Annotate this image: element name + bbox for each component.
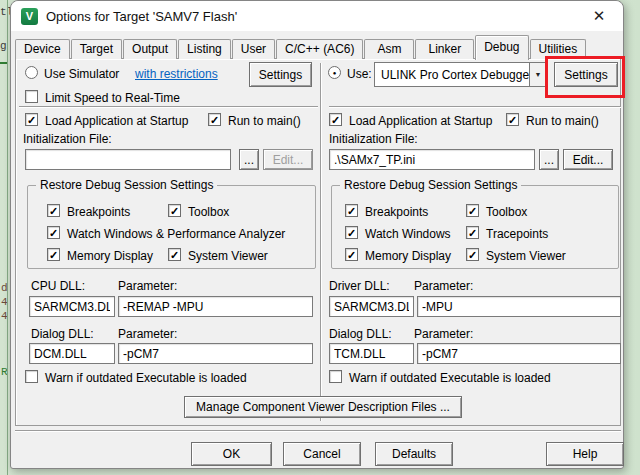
run-to-main-checkbox-left[interactable]: ✓	[208, 113, 221, 126]
desktop-background: tl g d 4 4 R V Options for Target 'SAMV7…	[0, 0, 640, 475]
defaults-button[interactable]: Defaults	[375, 442, 453, 466]
cancel-button[interactable]: Cancel	[283, 442, 361, 466]
chevron-down-icon[interactable]: ▼	[529, 63, 546, 86]
init-file-browse-button-right[interactable]: ...	[539, 149, 559, 170]
simulator-settings-button[interactable]: Settings	[249, 62, 312, 87]
check-mark: ✓	[26, 114, 37, 126]
tab-user[interactable]: User	[232, 39, 275, 59]
dialog-title: Options for Target 'SAMV7 Flash'	[46, 9, 237, 24]
use-debugger-label: Use:	[347, 67, 372, 81]
memory-display-label-right: Memory Display	[365, 249, 451, 263]
tab-debug[interactable]: Debug	[475, 35, 528, 60]
dialog-dll-input-right[interactable]	[329, 343, 414, 364]
init-file-input-left[interactable]	[25, 149, 231, 170]
use-simulator-label: Use Simulator	[44, 67, 119, 81]
manage-component-viewer-button[interactable]: Manage Component Viewer Description File…	[184, 396, 462, 418]
warn-outdated-checkbox-left[interactable]	[25, 370, 38, 383]
debugger-select[interactable]: ULINK Pro Cortex Debugger ▼	[374, 62, 547, 87]
check-mark: ✓	[467, 227, 478, 239]
footer-separator	[15, 430, 621, 432]
run-to-main-label-right: Run to main()	[526, 114, 599, 128]
driver-parameter-label: Parameter:	[414, 279, 473, 293]
breakpoints-checkbox-right[interactable]: ✓	[345, 204, 358, 217]
init-file-edit-button-right[interactable]: Edit...	[563, 149, 613, 170]
run-to-main-checkbox-right[interactable]: ✓	[506, 113, 519, 126]
dialog-parameter-label-right: Parameter:	[414, 327, 473, 341]
check-mark: ✓	[48, 205, 59, 217]
init-file-browse-button-left[interactable]: ...	[239, 149, 259, 170]
dialog-parameter-input-left[interactable]	[118, 343, 313, 364]
warn-outdated-label-left: Warn if outdated Executable is loaded	[45, 371, 247, 385]
check-mark: ✓	[346, 227, 357, 239]
limit-speed-label: Limit Speed to Real-Time	[45, 91, 180, 105]
check-mark: ✓	[330, 114, 341, 126]
toolbox-checkbox-left[interactable]: ✓	[168, 204, 181, 217]
help-button[interactable]: Help	[546, 442, 624, 466]
memory-display-label-left: Memory Display	[67, 249, 153, 263]
init-file-label-right: Initialization File:	[329, 132, 418, 146]
toolbox-checkbox-right[interactable]: ✓	[466, 204, 479, 217]
editor-indent-guide	[7, 0, 8, 475]
dialog-parameter-label-left: Parameter:	[118, 327, 177, 341]
breakpoints-label-left: Breakpoints	[67, 205, 130, 219]
driver-parameter-input[interactable]	[417, 296, 621, 317]
breakpoints-label-right: Breakpoints	[365, 205, 428, 219]
check-mark: ✓	[346, 249, 357, 261]
tab-utilities[interactable]: Utilities	[530, 39, 587, 59]
cpu-dll-input[interactable]	[29, 296, 115, 317]
limit-speed-checkbox[interactable]	[25, 90, 38, 103]
check-mark: ✓	[346, 205, 357, 217]
toolbox-label-right: Toolbox	[486, 205, 527, 219]
init-file-edit-button-left: Edit...	[263, 149, 313, 170]
close-icon[interactable]: ✕	[585, 7, 613, 25]
driver-dll-input[interactable]	[329, 296, 414, 317]
use-debugger-radio[interactable]: ●	[328, 66, 341, 79]
tab-listing[interactable]: Listing	[178, 39, 231, 59]
check-mark: ✓	[467, 205, 478, 217]
load-app-checkbox-left[interactable]: ✓	[25, 113, 38, 126]
breakpoints-checkbox-left[interactable]: ✓	[47, 204, 60, 217]
load-app-label-left: Load Application at Startup	[45, 114, 188, 128]
uvision-icon: V	[21, 8, 38, 25]
watch-windows-checkbox-right[interactable]: ✓	[345, 226, 358, 239]
load-app-label-right: Load Application at Startup	[349, 114, 492, 128]
title-bar: V Options for Target 'SAMV7 Flash' ✕	[11, 1, 623, 31]
system-viewer-checkbox-right[interactable]: ✓	[466, 248, 479, 261]
driver-dll-label: Driver DLL:	[329, 279, 390, 293]
memory-display-checkbox-right[interactable]: ✓	[345, 248, 358, 261]
tracepoints-checkbox-right[interactable]: ✓	[466, 226, 479, 239]
use-simulator-radio[interactable]	[25, 66, 38, 79]
system-viewer-label-right: System Viewer	[486, 249, 566, 263]
dialog-parameter-input-right[interactable]	[417, 343, 621, 364]
tab-cc-ac6[interactable]: C/C++ (AC6)	[276, 39, 363, 59]
cpu-parameter-input[interactable]	[118, 296, 313, 317]
warn-outdated-label-right: Warn if outdated Executable is loaded	[349, 371, 551, 385]
ok-button[interactable]: OK	[191, 442, 272, 466]
system-viewer-checkbox-left[interactable]: ✓	[168, 248, 181, 261]
tab-target[interactable]: Target	[71, 39, 122, 59]
memory-display-checkbox-left[interactable]: ✓	[47, 248, 60, 261]
tab-linker[interactable]: Linker	[415, 39, 474, 59]
init-file-label-left: Initialization File:	[23, 132, 112, 146]
restore-group-title-left: Restore Debug Session Settings	[36, 178, 217, 192]
left-separator	[19, 106, 318, 108]
right-separator	[329, 106, 621, 108]
pane-divider	[320, 63, 322, 421]
warn-outdated-checkbox-right[interactable]	[329, 370, 342, 383]
load-app-checkbox-right[interactable]: ✓	[329, 113, 342, 126]
tab-asm[interactable]: Asm	[364, 39, 414, 59]
watch-windows-checkbox-left[interactable]: ✓	[47, 226, 60, 239]
check-mark: ✓	[48, 249, 59, 261]
tab-output[interactable]: Output	[123, 39, 177, 59]
check-mark: ✓	[507, 114, 518, 126]
editor-artifact	[0, 62, 7, 64]
tab-device[interactable]: Device	[15, 39, 70, 59]
with-restrictions-link[interactable]: with restrictions	[135, 67, 218, 81]
dialog-dll-input-left[interactable]	[29, 343, 115, 364]
dialog-dll-label-left: Dialog DLL:	[31, 327, 94, 341]
cpu-parameter-label: Parameter:	[118, 279, 177, 293]
toolbox-label-left: Toolbox	[188, 205, 229, 219]
init-file-input-right[interactable]	[329, 149, 535, 170]
debugger-settings-button[interactable]: Settings	[554, 62, 618, 87]
tab-bar: Device Target Output Listing User C/C++ …	[15, 35, 587, 59]
